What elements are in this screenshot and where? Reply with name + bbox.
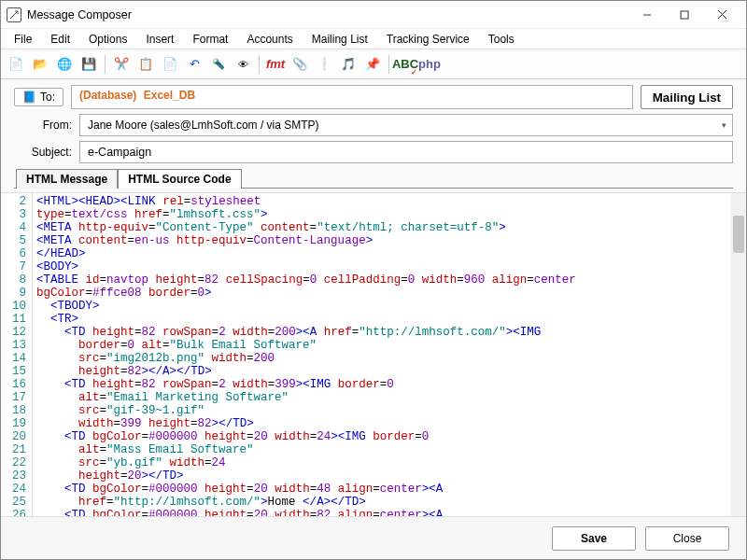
code-content[interactable]: <HTML><HEAD><LINK rel=stylesheettype=tex… — [33, 193, 746, 538]
minimize-button[interactable] — [628, 2, 666, 28]
scrollbar-thumb[interactable] — [733, 216, 744, 253]
save-button[interactable]: Save — [552, 526, 636, 551]
editor-tabs: HTML Message HTML Source Code — [14, 168, 733, 189]
line-number-gutter: 2345678910111213141516171819202122232425… — [1, 193, 33, 538]
from-select[interactable]: Jane Moore (sales@LmhSoft.com / via SMTP… — [79, 114, 733, 136]
find-replace-icon[interactable]: 👁 — [232, 53, 254, 76]
tab-html-source[interactable]: HTML Source Code — [118, 169, 241, 189]
menu-format[interactable]: Format — [183, 31, 237, 48]
to-db-prefix: (Database) — [79, 89, 136, 102]
subject-label: Subject: — [14, 146, 72, 159]
menu-insert[interactable]: Insert — [136, 31, 183, 48]
menu-file[interactable]: File — [5, 31, 41, 48]
cut-icon[interactable]: ✂️ — [110, 53, 133, 76]
to-label-button[interactable]: 📘 To: — [14, 88, 63, 106]
spellcheck-icon[interactable]: ABC — [394, 53, 416, 76]
dialog-footer: Save Close — [1, 516, 746, 559]
php-icon[interactable]: php — [418, 53, 441, 76]
menubar: FileEditOptionsInsertFormatAccountsMaili… — [1, 29, 746, 49]
menu-edit[interactable]: Edit — [41, 31, 79, 48]
subject-input[interactable] — [79, 141, 733, 163]
copy-icon[interactable]: 📋 — [134, 53, 157, 76]
mailing-list-button[interactable]: Mailing List — [641, 85, 733, 109]
open-icon[interactable]: 📂 — [29, 53, 51, 76]
svg-rect-1 — [681, 11, 688, 19]
toolbar: 📄 📂 🌐 💾 ✂️ 📋 📄 ↶ 🔦 👁 fmt 📎 ❕ 🎵 📌 ABC php — [1, 49, 746, 79]
source-code-editor[interactable]: 2345678910111213141516171819202122232425… — [1, 193, 746, 539]
app-icon — [7, 7, 21, 22]
toolbar-separator — [388, 55, 389, 74]
vertical-scrollbar[interactable] — [731, 193, 746, 538]
menu-mailing-list[interactable]: Mailing List — [303, 31, 377, 48]
close-dialog-button[interactable]: Close — [645, 526, 729, 551]
from-label: From: — [14, 119, 72, 132]
attachment-icon[interactable]: 📎 — [289, 53, 311, 76]
window-title: Message Composer — [27, 8, 132, 21]
format-icon[interactable]: fmt — [264, 53, 287, 76]
to-db-name: Excel_DB — [144, 89, 195, 102]
addressbook-icon: 📘 — [22, 91, 36, 104]
undo-icon[interactable]: ↶ — [183, 53, 205, 76]
toolbar-separator — [105, 55, 106, 74]
maximize-button[interactable] — [666, 2, 703, 28]
header-form: 📘 To: (Database) Excel_DB Mailing List F… — [1, 79, 746, 193]
web-icon[interactable]: 🌐 — [53, 53, 76, 76]
find-icon[interactable]: 🔦 — [207, 53, 230, 76]
menu-accounts[interactable]: Accounts — [237, 31, 302, 48]
menu-tracking-service[interactable]: Tracking Service — [377, 31, 479, 48]
toolbar-separator — [259, 55, 260, 74]
close-button[interactable] — [703, 2, 740, 28]
pin-icon[interactable]: 📌 — [361, 53, 384, 76]
from-value: Jane Moore (sales@LmhSoft.com / via SMTP… — [88, 119, 319, 132]
audio-icon[interactable]: 🎵 — [337, 53, 359, 76]
to-field[interactable]: (Database) Excel_DB — [71, 85, 633, 109]
tab-html-message[interactable]: HTML Message — [16, 169, 118, 189]
new-icon[interactable]: 📄 — [5, 53, 27, 76]
save-icon[interactable]: 💾 — [78, 53, 100, 76]
to-label-text: To: — [40, 91, 55, 104]
chevron-down-icon: ▾ — [722, 120, 726, 130]
menu-tools[interactable]: Tools — [479, 31, 524, 48]
titlebar: Message Composer — [1, 1, 746, 29]
menu-options[interactable]: Options — [79, 31, 136, 48]
paste-icon[interactable]: 📄 — [159, 53, 181, 76]
priority-icon[interactable]: ❕ — [313, 53, 335, 76]
